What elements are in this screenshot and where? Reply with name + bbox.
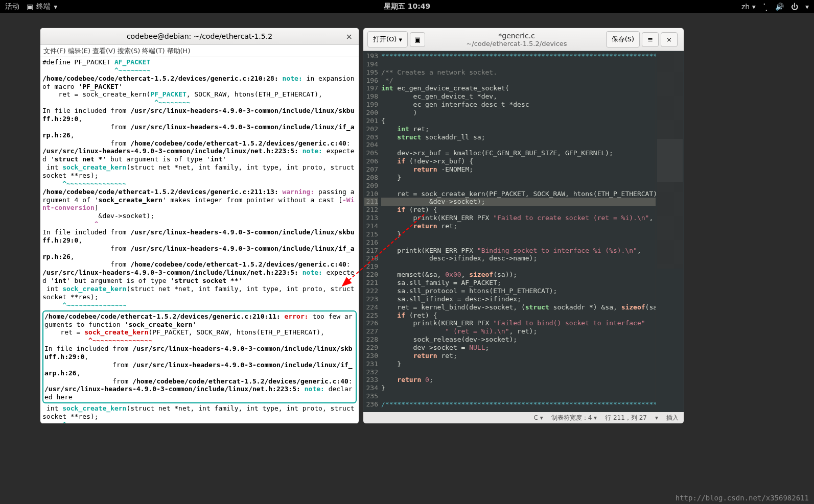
menu-view[interactable]: 查看(V) xyxy=(92,46,115,56)
input-method[interactable]: zh ▾ xyxy=(741,3,756,11)
close-icon[interactable]: × xyxy=(346,32,353,41)
menu-search[interactable]: 搜索(S) xyxy=(118,46,140,56)
network-icon[interactable]: ⢁ xyxy=(763,3,768,11)
close-button[interactable]: × xyxy=(661,32,678,47)
editor-headerbar[interactable]: 打开(O)▾ ▣ *generic.c ~/code/ethercat-1.5.… xyxy=(363,28,684,51)
desktop: codebee@debian: ~/code/ethercat-1.5.2 × … xyxy=(0,13,814,504)
open-button[interactable]: 打开(O)▾ xyxy=(367,31,408,47)
status-lang[interactable]: C ▾ xyxy=(533,414,543,421)
dropdown-icon[interactable]: ▾ xyxy=(805,3,809,11)
chevron-down-icon: ▾ xyxy=(399,36,402,43)
save-button[interactable]: 保存(S) xyxy=(606,31,640,47)
menu-terminal[interactable]: 终端(T) xyxy=(142,46,165,56)
clock[interactable]: 星期五 10:49 xyxy=(384,2,430,11)
terminal-menubar: 文件(F) 编辑(E) 查看(V) 搜索(S) 终端(T) 帮助(H) xyxy=(40,45,359,57)
editor-body[interactable]: 193 194 195 196 197 198 199 200 201 202 … xyxy=(363,51,684,412)
terminal-window[interactable]: codebee@debian: ~/code/ethercat-1.5.2 × … xyxy=(40,28,359,424)
hamburger-button[interactable]: ≡ xyxy=(642,32,659,47)
activities-button[interactable]: 活动 xyxy=(5,2,19,11)
new-tab-button[interactable]: ▣ xyxy=(410,32,425,47)
status-pos: 行 211，列 27 xyxy=(605,414,647,422)
volume-icon[interactable]: 🔊 xyxy=(775,3,784,11)
menu-file[interactable]: 文件(F) xyxy=(43,46,66,56)
menu-help[interactable]: 帮助(H) xyxy=(167,46,191,56)
watermark: http://blog.csdn.net/x356982611 xyxy=(676,494,809,502)
app-indicator[interactable]: ▣ 终端 ▾ xyxy=(27,2,57,11)
terminal-title: codebee@debian: ~/code/ethercat-1.5.2 xyxy=(127,32,272,40)
line-number: 193 xyxy=(366,52,378,60)
status-ins: 插入 xyxy=(666,414,679,422)
power-icon[interactable]: ⏻ xyxy=(791,3,798,11)
gnome-topbar: 活动 ▣ 终端 ▾ 星期五 10:49 zh ▾ ⢁ 🔊 ⏻ ▾ xyxy=(0,0,814,13)
line-gutter: 193 194 195 196 197 198 199 200 201 202 … xyxy=(363,51,381,412)
editor-statusbar: C ▾ 制表符宽度：4 ▾ 行 211，列 27 ▾ 插入 xyxy=(363,412,684,423)
status-tabs[interactable]: 制表符宽度：4 ▾ xyxy=(551,414,597,422)
status-dd[interactable]: ▾ xyxy=(655,414,658,421)
editor-title: *generic.c ~/code/ethercat-1.5.2/devices xyxy=(427,32,606,47)
menu-edit[interactable]: 编辑(E) xyxy=(68,46,90,56)
terminal-output[interactable]: #define PF_PACKET AF_PACKET ^~~~~~~~~ /h… xyxy=(40,57,359,424)
terminal-titlebar[interactable]: codebee@debian: ~/code/ethercat-1.5.2 × xyxy=(40,28,359,45)
editor-window[interactable]: 打开(O)▾ ▣ *generic.c ~/code/ethercat-1.5.… xyxy=(363,28,684,424)
code-area[interactable]: ****************************************… xyxy=(381,51,656,412)
minimap[interactable] xyxy=(656,51,684,412)
